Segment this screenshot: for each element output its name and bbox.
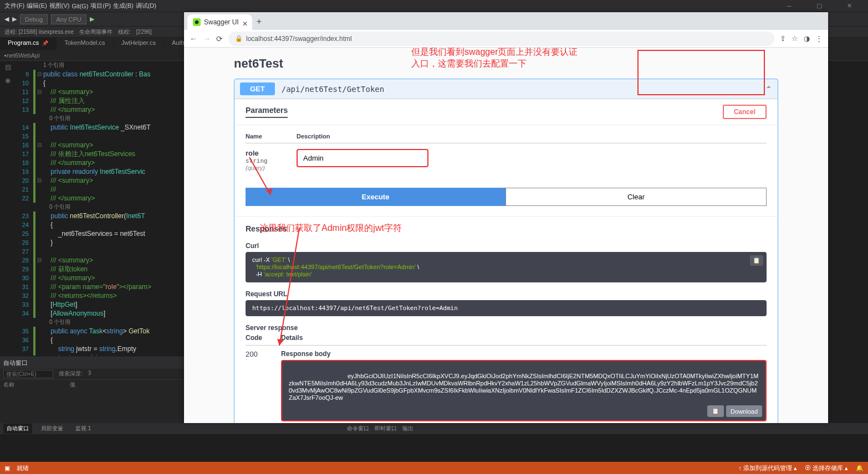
repo-select[interactable]: ⦿ 选择存储库 ▴ bbox=[805, 464, 848, 472]
menu-file[interactable]: 文件(F) bbox=[4, 2, 24, 10]
process-label: 进程: [21588] iisexpress.exe bbox=[4, 28, 74, 36]
url-input[interactable]: 🔒 localhost:44397/swagger/index.html bbox=[228, 32, 774, 46]
status-bar: ▣ 就绪 ↑ 添加到源代码管理 ▴ ⦿ 选择存储库 ▴ 🔔 bbox=[0, 462, 868, 474]
body-label: Response body bbox=[281, 350, 767, 358]
window-close-icon[interactable]: ✕ bbox=[838, 2, 860, 9]
param-input-role[interactable] bbox=[297, 149, 428, 167]
browser-window: ⬢ Swagger UI ✕ + ← → ⟳ 🔒 localhost:44397… bbox=[184, 12, 828, 423]
copy-curl-button[interactable]: 📋 bbox=[750, 255, 763, 266]
server-resp-label: Server response bbox=[246, 324, 767, 332]
execute-button[interactable]: Execute bbox=[246, 188, 506, 206]
tab-output[interactable]: 输出 bbox=[402, 425, 413, 432]
tab-cmd[interactable]: 命令窗口 bbox=[347, 425, 369, 432]
req-url-label: Request URL bbox=[246, 290, 767, 298]
autos-panel: 自动窗口 搜索深度: 3 名称值 bbox=[0, 357, 184, 423]
nav-fwd-icon[interactable]: ▶ bbox=[12, 16, 17, 23]
bookmark-icon[interactable]: ☆ bbox=[792, 34, 798, 43]
source-control[interactable]: ↑ 添加到源代码管理 ▴ bbox=[738, 464, 797, 472]
thread-label: 线程: bbox=[118, 28, 131, 36]
nav-forward-icon[interactable]: → bbox=[203, 34, 211, 43]
side-gutter: ▤ ◉ bbox=[0, 61, 16, 356]
lock-icon: 🔒 bbox=[235, 35, 243, 42]
tab-immediate[interactable]: 即时窗口 bbox=[375, 425, 397, 432]
tab-jwthelper[interactable]: JwtHelper.cs bbox=[114, 38, 164, 50]
autos-tabs: 自动窗口 局部变量 监视 1 bbox=[0, 423, 344, 434]
gutter-icon[interactable]: ◉ bbox=[3, 76, 13, 86]
menu-view[interactable]: 视图(V) bbox=[49, 2, 70, 10]
curl-block: curl -X 'GET' \ 'https://localhost:44397… bbox=[246, 252, 767, 282]
code-editor[interactable]: 1 个引用 9⊟public class net6TestController … bbox=[16, 61, 184, 356]
download-button[interactable]: Download bbox=[726, 405, 762, 417]
output-tabs: 命令窗口 即时窗口 输出 解决方案资源管理器 Git 更改 bbox=[344, 423, 868, 434]
param-name: role bbox=[246, 149, 259, 157]
gutter-icon[interactable]: ▤ bbox=[3, 63, 13, 73]
swagger-page: net6Test GET /api/net6Test/GetToken ⌃ Pa… bbox=[184, 48, 828, 423]
status-ready: 就绪 bbox=[17, 464, 29, 472]
page-title: net6Test bbox=[234, 56, 778, 71]
tab-locals[interactable]: 局部变量 bbox=[38, 424, 67, 434]
menu-project[interactable]: 项目(P) bbox=[90, 2, 111, 10]
menu-icon[interactable]: ⋮ bbox=[815, 34, 823, 43]
autos-search[interactable] bbox=[3, 370, 53, 378]
menu-debug[interactable]: 调试(D) bbox=[136, 2, 156, 10]
new-tab-icon[interactable]: + bbox=[257, 17, 262, 30]
response-body-block: eyJhbGciOiJIUzI1NiIsInR5cCI6IkpXVCJ9.eyJ… bbox=[281, 360, 767, 421]
tab-close-icon[interactable]: ✕ bbox=[242, 20, 247, 24]
req-url-block: https://localhost:44397/api/net6Test/Get… bbox=[246, 300, 767, 316]
bell-icon[interactable]: 🔔 bbox=[856, 465, 864, 472]
address-bar: ← → ⟳ 🔒 localhost:44397/swagger/index.ht… bbox=[184, 30, 828, 48]
chevron-up-icon[interactable]: ⌃ bbox=[765, 85, 772, 94]
op-path: /api/net6Test/GetToken bbox=[282, 85, 384, 94]
th-desc: Description bbox=[297, 133, 330, 140]
tab-title: Swagger UI bbox=[204, 18, 239, 26]
url-text: localhost:44397/swagger/index.html bbox=[246, 35, 352, 43]
responses-title: Responses bbox=[246, 224, 767, 233]
continue-icon[interactable]: ▶ bbox=[90, 16, 94, 23]
clear-button[interactable]: Clear bbox=[506, 188, 767, 206]
menu-git[interactable]: Git(G) bbox=[72, 3, 88, 9]
operation-header[interactable]: GET /api/net6Test/GetToken ⌃ bbox=[234, 79, 778, 99]
tab-program[interactable]: Program.cs📌 bbox=[0, 38, 57, 50]
menu-build[interactable]: 生成(B) bbox=[113, 2, 134, 10]
status-icon: ▣ bbox=[4, 465, 10, 472]
lifecycle-label: 生命周期事件 bbox=[79, 28, 113, 36]
param-in: (query) bbox=[246, 164, 297, 171]
browser-tabstrip: ⬢ Swagger UI ✕ + bbox=[184, 12, 828, 30]
share-icon[interactable]: ⇪ bbox=[780, 34, 786, 43]
browser-tab-swagger[interactable]: ⬢ Swagger UI ✕ bbox=[187, 14, 252, 30]
nav-back-icon[interactable]: ◀ bbox=[4, 16, 9, 23]
param-type: string bbox=[246, 157, 297, 164]
th-code: Code bbox=[246, 334, 281, 342]
window-maximize-icon[interactable]: ▢ bbox=[808, 2, 830, 9]
autos-title: 自动窗口 bbox=[0, 357, 184, 369]
status-code: 200 bbox=[246, 350, 281, 423]
params-title: Parameters bbox=[246, 106, 288, 118]
swagger-favicon-icon: ⬢ bbox=[193, 18, 201, 26]
reload-icon[interactable]: ⟳ bbox=[216, 34, 223, 43]
tab-watch[interactable]: 监视 1 bbox=[72, 424, 94, 434]
profile-icon[interactable]: ◑ bbox=[804, 34, 810, 43]
th-name: Name bbox=[246, 133, 297, 140]
menu-edit[interactable]: 编辑(E) bbox=[27, 2, 47, 10]
vs-menu-bar: 文件(F) 编辑(E) 视图(V) Git(G) 项目(P) 生成(B) 调试(… bbox=[0, 0, 868, 12]
http-method-badge: GET bbox=[240, 83, 275, 95]
tab-autos[interactable]: 自动窗口 bbox=[3, 424, 32, 434]
operation-block: GET /api/net6Test/GetToken ⌃ Parameters … bbox=[234, 79, 778, 423]
config-anycpu[interactable]: Any CPU bbox=[51, 14, 86, 24]
thread-id: [2296] bbox=[136, 29, 152, 35]
cancel-button[interactable]: Cancel bbox=[723, 105, 767, 119]
tab-tokenmodel[interactable]: TokenModel.cs bbox=[57, 38, 113, 50]
copy-body-button[interactable]: 📋 bbox=[707, 405, 724, 417]
curl-label: Curl bbox=[246, 242, 767, 250]
nav-back-icon[interactable]: ← bbox=[190, 34, 197, 43]
config-debug[interactable]: Debug bbox=[20, 14, 48, 24]
th-details: Details bbox=[281, 334, 303, 342]
window-minimize-icon[interactable]: ─ bbox=[778, 3, 800, 9]
